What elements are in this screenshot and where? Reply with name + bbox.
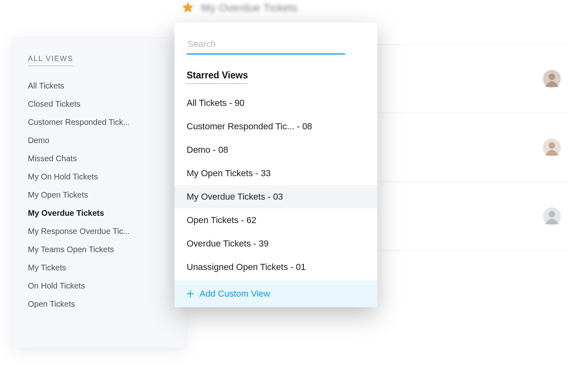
all-views-panel: ALL VIEWS All TicketsClosed TicketsCusto… [12, 37, 186, 348]
starred-item-label: Unassigned Open Tickets [187, 262, 288, 272]
starred-views-item[interactable]: All Tickets - 90 [175, 91, 377, 115]
all-views-item[interactable]: My Tickets [28, 259, 170, 277]
starred-views-item[interactable]: Customer Responded Tic... - 08 [175, 115, 377, 138]
all-views-item[interactable]: Closed Tickets [28, 95, 170, 113]
all-views-item[interactable]: My Teams Open Tickets [28, 240, 170, 259]
all-views-list: All TicketsClosed TicketsCustomer Respon… [28, 77, 170, 313]
starred-item-count: - 62 [238, 215, 256, 225]
starred-item-label: Overdue Tickets [187, 238, 251, 249]
search-input[interactable] [187, 36, 345, 55]
starred-item-count: - 39 [251, 238, 269, 249]
star-icon[interactable] [181, 1, 195, 15]
starred-views-item[interactable]: My Open Tickets - 33 [175, 162, 377, 185]
starred-views-item[interactable]: Demo - 08 [175, 138, 377, 162]
starred-item-count: - 01 [288, 262, 306, 272]
avatar[interactable] [543, 70, 561, 88]
add-custom-view-label: Add Custom View [200, 289, 270, 299]
starred-item-label: Demo [187, 145, 210, 155]
starred-item-count: - 33 [253, 168, 271, 178]
view-title-row: My Overdue Tickets [181, 1, 298, 15]
starred-views-item[interactable]: My Overdue Tickets - 03 [175, 185, 377, 209]
add-custom-view-button[interactable]: Add Custom View [175, 280, 377, 307]
all-views-item[interactable]: My On Hold Tickets [28, 168, 170, 186]
avatar[interactable] [543, 139, 561, 156]
svg-point-5 [549, 211, 555, 217]
starred-item-label: Customer Responded Tic... [187, 121, 295, 131]
starred-views-panel: Starred Views All Tickets - 90Customer R… [175, 23, 377, 307]
starred-views-item[interactable]: Overdue Tickets - 39 [175, 232, 377, 255]
starred-views-item[interactable]: Unassigned Open Tickets - 01 [175, 255, 377, 279]
starred-item-count: - 90 [227, 98, 244, 108]
all-views-item[interactable]: Missed Chats [28, 150, 170, 168]
all-views-item[interactable]: My Overdue Tickets [28, 204, 170, 222]
all-views-item[interactable]: Open Tickets [28, 295, 170, 313]
starred-item-label: All Tickets [187, 98, 227, 108]
svg-point-1 [549, 74, 555, 80]
view-title: My Overdue Tickets [201, 2, 298, 14]
starred-views-header: Starred Views [187, 70, 248, 84]
all-views-header: ALL VIEWS [28, 55, 73, 66]
all-views-item[interactable]: My Open Tickets [28, 186, 170, 204]
all-views-item[interactable]: Customer Responded Tick... [28, 113, 170, 131]
plus-icon [187, 290, 194, 297]
starred-item-count: - 08 [295, 121, 312, 131]
starred-item-label: My Open Tickets [187, 168, 253, 178]
all-views-item[interactable]: Demo [28, 131, 170, 150]
all-views-item[interactable]: On Hold Tickets [28, 277, 170, 295]
starred-item-label: Open Tickets [187, 215, 238, 225]
starred-item-label: My Overdue Tickets [187, 192, 265, 202]
starred-item-count: - 08 [210, 145, 228, 155]
all-views-item[interactable]: My Response Overdue Tic... [28, 222, 170, 240]
svg-point-3 [549, 142, 555, 149]
starred-views-list: All Tickets - 90Customer Responded Tic..… [175, 91, 377, 280]
avatar[interactable] [543, 207, 561, 225]
all-views-item[interactable]: All Tickets [28, 77, 170, 95]
starred-item-count: - 03 [265, 192, 283, 202]
starred-views-item[interactable]: Open Tickets - 62 [175, 209, 377, 232]
